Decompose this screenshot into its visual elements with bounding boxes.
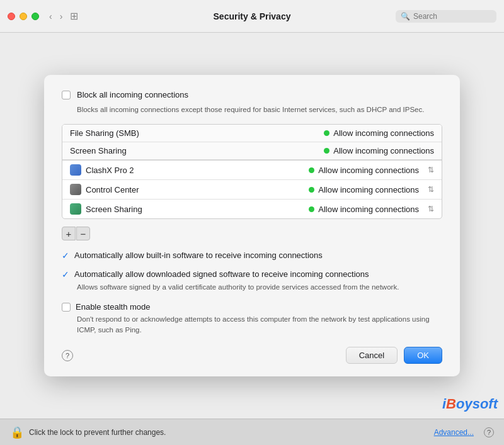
checkmark-icon: ✓ — [62, 251, 69, 261]
checkmark-icon: ✓ — [62, 269, 69, 279]
ok-button[interactable]: OK — [404, 347, 442, 364]
clashx-status: Allow incoming connections ⇅ — [309, 166, 434, 175]
firewall-dialog: Block all incoming connections Blocks al… — [44, 75, 460, 376]
stealth-row: Enable stealth mode — [62, 302, 442, 312]
auto-signed-label: Automatically allow downloaded signed so… — [74, 269, 369, 279]
table-row: Screen Sharing Allow incoming connection… — [62, 142, 442, 160]
screen-sharing-app-status: Allow incoming connections ⇅ — [309, 205, 434, 214]
screen-sharing-app-label: Screen Sharing — [70, 203, 309, 215]
stepper-icon[interactable]: ⇅ — [428, 205, 434, 213]
add-button[interactable]: + — [62, 227, 76, 240]
minimize-button[interactable] — [20, 13, 27, 20]
file-sharing-status: Allow incoming connections — [324, 128, 434, 138]
block-all-checkbox[interactable] — [62, 91, 71, 99]
nav-buttons: ‹ › — [47, 10, 65, 23]
auto-builtin-option: ✓ Automatically allow built-in software … — [62, 251, 442, 261]
title-bar: ‹ › ⊞ Security & Privacy 🔍 — [0, 0, 504, 33]
block-all-helper: Blocks all incoming connections except t… — [77, 104, 442, 115]
control-center-status-label: Allow incoming connections — [318, 185, 419, 194]
main-area: Block all incoming connections Blocks al… — [0, 33, 504, 419]
file-sharing-label: File Sharing (SMB) — [70, 128, 324, 138]
screen-sharing-system-status-label: Allow incoming connections — [333, 146, 434, 155]
lock-icon: 🔒 — [10, 425, 24, 439]
table-row: ClashX Pro 2 Allow incoming connections … — [62, 160, 442, 180]
stepper-icon[interactable]: ⇅ — [428, 185, 434, 194]
maximize-button[interactable] — [32, 13, 39, 20]
clashx-label: ClashX Pro 2 — [70, 164, 309, 176]
remove-button[interactable]: − — [76, 227, 90, 240]
dialog-actions: ? Cancel OK — [62, 347, 442, 364]
stealth-helper: Don't respond to or acknowledge attempts… — [77, 314, 442, 336]
auto-signed-helper: Allows software signed by a valid certif… — [77, 282, 442, 293]
green-dot-icon — [309, 206, 314, 212]
control-center-icon — [70, 184, 81, 195]
lock-text: Click the lock to prevent further change… — [29, 428, 166, 437]
control-center-status: Allow incoming connections ⇅ — [309, 185, 434, 194]
screen-sharing-app-icon — [70, 203, 81, 215]
connections-table: File Sharing (SMB) Allow incoming connec… — [62, 124, 442, 219]
block-all-row: Block all incoming connections — [62, 90, 442, 99]
advanced-button[interactable]: Advanced... — [434, 428, 474, 437]
table-row: Control Center Allow incoming connection… — [62, 180, 442, 200]
traffic-lights — [8, 13, 39, 20]
auto-signed-row: ✓ Automatically allow downloaded signed … — [62, 269, 442, 279]
green-dot-icon — [324, 130, 329, 136]
control-center-label: Control Center — [70, 184, 309, 195]
search-box[interactable]: 🔍 — [396, 10, 496, 23]
screen-sharing-system-status: Allow incoming connections — [324, 146, 434, 155]
cancel-button[interactable]: Cancel — [346, 347, 398, 364]
auto-builtin-row: ✓ Automatically allow built-in software … — [62, 251, 442, 261]
stealth-checkbox[interactable] — [62, 303, 71, 312]
clashx-status-label: Allow incoming connections — [318, 166, 419, 175]
green-dot-icon — [309, 187, 314, 193]
back-button[interactable]: ‹ — [47, 10, 55, 23]
lock-area: 🔒 Click the lock to prevent further chan… — [10, 425, 434, 439]
add-remove-row: + − — [62, 227, 442, 240]
green-dot-icon — [309, 167, 314, 173]
auto-builtin-label: Automatically allow built-in software to… — [74, 251, 323, 260]
table-row: Screen Sharing Allow incoming connection… — [62, 200, 442, 218]
clashx-icon — [70, 164, 81, 176]
file-sharing-status-label: Allow incoming connections — [333, 128, 434, 138]
close-button[interactable] — [8, 13, 15, 20]
bottom-bar: 🔒 Click the lock to prevent further chan… — [0, 419, 504, 445]
screen-sharing-app-status-label: Allow incoming connections — [318, 205, 419, 214]
block-all-label: Block all incoming connections — [77, 90, 188, 99]
green-dot-icon — [324, 148, 329, 154]
window-title: Security & Privacy — [214, 11, 291, 21]
forward-button[interactable]: › — [57, 10, 66, 23]
stepper-icon[interactable]: ⇅ — [428, 166, 434, 174]
auto-signed-option: ✓ Automatically allow downloaded signed … — [62, 269, 442, 293]
dialog-help-button[interactable]: ? — [62, 350, 73, 361]
grid-icon: ⊞ — [70, 10, 78, 22]
screen-sharing-system-label: Screen Sharing — [70, 146, 324, 155]
stealth-option: Enable stealth mode Don't respond to or … — [62, 302, 442, 336]
stealth-label: Enable stealth mode — [76, 302, 151, 312]
help-icon-button[interactable]: ? — [484, 427, 494, 437]
search-icon: 🔍 — [401, 12, 410, 21]
table-row: File Sharing (SMB) Allow incoming connec… — [62, 125, 442, 142]
search-input[interactable] — [413, 12, 491, 21]
